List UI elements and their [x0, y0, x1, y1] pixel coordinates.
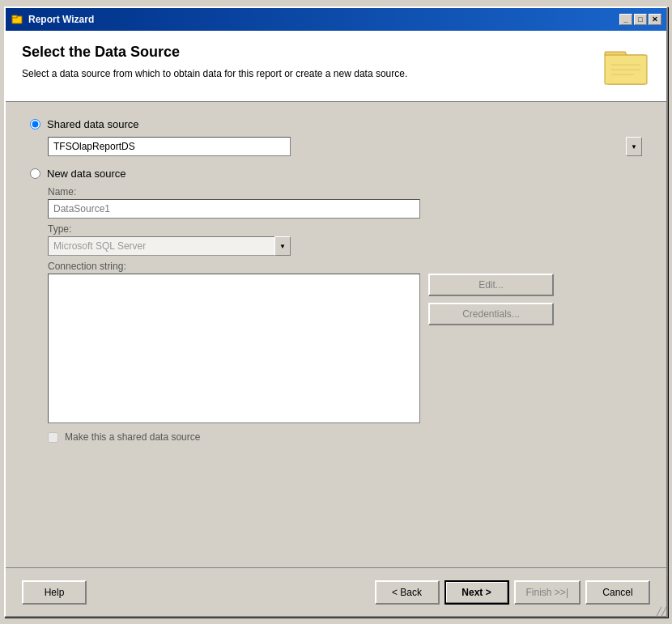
back-button[interactable]: < Back [375, 580, 440, 605]
type-dropdown-container[interactable]: Microsoft SQL Server ▼ [48, 236, 291, 256]
edit-button[interactable]: Edit... [428, 274, 554, 296]
content-area: Shared data source TFSOlapReportDS ▼ [6, 102, 666, 567]
new-datasource-row[interactable]: New data source [30, 168, 642, 180]
minimize-button[interactable]: _ [619, 14, 632, 25]
shared-datasource-label: Shared data source [47, 118, 138, 130]
type-row: Microsoft SQL Server ▼ [48, 236, 642, 256]
shared-checkbox-row[interactable]: Make this a shared data source [48, 431, 642, 443]
shared-datasource-dropdown-container[interactable]: TFSOlapReportDS ▼ [48, 137, 642, 156]
shared-datasource-dropdown[interactable]: TFSOlapReportDS [48, 137, 291, 156]
report-wizard-window: Report Wizard _ □ ✕ Select the Data Sour… [4, 6, 668, 618]
footer-right: < Back Next > Finish >>| Cancel [375, 580, 650, 605]
footer-left: Help [22, 580, 87, 605]
name-label: Name: [48, 186, 642, 197]
header-subtitle: Select a data source from which to obtai… [22, 67, 508, 81]
connection-textarea[interactable] [48, 274, 420, 423]
header-title: Select the Data Source [22, 44, 602, 61]
shared-datasource-row[interactable]: Shared data source [30, 118, 642, 130]
dropdown-arrow-icon: ▼ [626, 137, 642, 156]
shared-datasource-radio[interactable] [30, 119, 40, 129]
type-dropdown[interactable]: Microsoft SQL Server [48, 236, 291, 256]
type-label: Type: [48, 223, 642, 235]
close-button[interactable]: ✕ [649, 14, 661, 25]
header-section: Select the Data Source Select a data sou… [6, 31, 666, 102]
cancel-button[interactable]: Cancel [585, 580, 650, 605]
title-bar: Report Wizard _ □ ✕ [6, 8, 666, 31]
maximize-button[interactable]: □ [634, 14, 647, 25]
connection-buttons: Edit... Credentials... [428, 274, 554, 325]
window-title: Report Wizard [28, 14, 615, 25]
header-text: Select the Data Source Select a data sou… [22, 44, 602, 81]
new-datasource-label: New data source [47, 168, 126, 180]
folder-icon [602, 44, 650, 88]
resize-grip[interactable]: ╱╱ [657, 607, 666, 616]
connection-area: Edit... Credentials... [48, 274, 642, 423]
new-datasource-section: New data source Name: Type: [30, 168, 642, 443]
window-icon [11, 13, 23, 26]
name-field-group: Name: [48, 186, 642, 219]
new-datasource-content: Name: Type: Microsoft SQL Server [30, 186, 642, 443]
footer: Help < Back Next > Finish >>| Cancel [6, 567, 666, 616]
new-datasource-radio[interactable] [30, 168, 40, 179]
svg-rect-1 [12, 15, 17, 18]
shared-checkbox-label: Make this a shared data source [65, 431, 200, 443]
next-button[interactable]: Next > [444, 580, 509, 605]
shared-datasource-section: Shared data source TFSOlapReportDS ▼ [30, 118, 642, 156]
title-bar-buttons: _ □ ✕ [619, 14, 661, 25]
name-input[interactable] [48, 199, 420, 219]
shared-datasource-content: TFSOlapReportDS ▼ [30, 137, 642, 156]
radio-group: Shared data source TFSOlapReportDS ▼ [30, 118, 642, 443]
type-field-group: Type: Microsoft SQL Server ▼ [48, 223, 642, 256]
connection-field-group: Connection string: Edit... Credentials..… [48, 261, 642, 423]
help-button[interactable]: Help [22, 580, 87, 605]
connection-label: Connection string: [48, 261, 642, 272]
shared-checkbox[interactable] [48, 432, 58, 443]
credentials-button[interactable]: Credentials... [428, 303, 554, 325]
finish-button[interactable]: Finish >>| [514, 580, 581, 605]
